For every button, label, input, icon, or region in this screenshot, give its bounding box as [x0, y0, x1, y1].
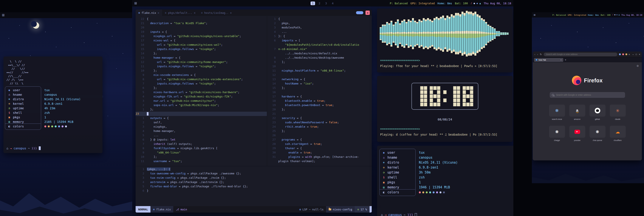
shortcut-label: amazon	[574, 118, 580, 120]
memory-icon: ▤	[6, 120, 12, 123]
fetch-row-hname: ⌂hnamecanopus	[381, 155, 513, 160]
visualizer-bar	[487, 25, 489, 43]
shortcut-chatgpt[interactable]: ❋chatgpt	[548, 126, 566, 144]
extension-icon[interactable]	[619, 54, 621, 55]
minimize-icon[interactable]: –	[632, 53, 634, 56]
code-line: 20 };	[267, 107, 372, 112]
neovim-window[interactable]: ❄ flake.nix × ❄ pkgs/default... × ❄ host…	[136, 10, 372, 212]
search-input[interactable]	[556, 94, 623, 96]
url-bar[interactable]	[544, 53, 617, 56]
bar-status-home-8ms: Home: 8ms	[438, 2, 452, 5]
visualizer-bar	[403, 20, 405, 48]
folder-icon	[329, 208, 331, 210]
tab-close-icon[interactable]: ×	[560, 59, 562, 61]
buffer-toggle-pill[interactable]	[356, 11, 363, 14]
bluetooth-icon[interactable]: ◆	[616, 14, 618, 16]
shortcut-github[interactable]: github	[588, 105, 606, 123]
code-line: plugin thunar-volman];	[267, 159, 372, 163]
bluetooth-icon[interactable]: ◆	[476, 2, 478, 5]
menu-icon[interactable]: ⊞	[2, 14, 5, 17]
code-line: 14 hostName = "iso";	[267, 82, 372, 86]
bar-clock[interactable]: Thu Aug 08, 18:18	[622, 14, 642, 16]
shell-prompt[interactable]: ⌂ → canopus ~ )))	[381, 213, 417, 216]
shortcut-search.nixos[interactable]: ❄search.nixos	[548, 105, 566, 123]
visualizer-bar	[507, 33, 508, 35]
workspace-tag-4[interactable]: 4	[330, 2, 335, 5]
monitor-center: ⊞ 1234 P: BalancedGPU: IntegratedHome: 8…	[132, 0, 513, 216]
tab-close-icon[interactable]: ×	[230, 11, 232, 15]
extension-icon[interactable]	[622, 54, 624, 55]
code-line: 18 bluetooth.enable = true;	[267, 99, 372, 103]
reload-icon[interactable]: ↻	[540, 53, 542, 56]
buffer-flake-nix[interactable]: 22{21 description = "tux's NixOS Flake";…	[136, 16, 267, 167]
network-icon[interactable]: ▲	[618, 14, 620, 16]
firefox-window[interactable]: ‹ › ↻ ≡ – □ ×	[533, 52, 642, 160]
tab-close-icon[interactable]: ×	[158, 11, 159, 15]
fetch-row-memory: ▤memory2185 | 15394 MiB	[6, 119, 100, 124]
code-line: 19 bluetooth.powerOnBoot = true;	[267, 103, 372, 107]
forward-icon[interactable]: ›	[537, 53, 538, 56]
shortcut-cloudflare[interactable]: ☁cloudflare	[609, 126, 627, 144]
fetch-row-distro: ❄distroNixOS 24.11 (Vicuna)	[6, 97, 100, 101]
network-icon[interactable]: ▲	[479, 2, 481, 5]
git-branch[interactable]: ⎇ main	[173, 206, 190, 212]
bar-status-cluster: P: BalancedGPU: IntegratedHome: 6msBat: …	[552, 14, 642, 16]
visualizer-bar	[420, 21, 422, 47]
menu-icon[interactable]: ⊞	[134, 2, 137, 5]
visualizer-bar	[457, 13, 459, 54]
workspace-tag-2[interactable]: 2	[317, 2, 322, 5]
shortcut-youtube[interactable]: ▶youtube	[568, 126, 586, 144]
workspace-tag-1[interactable]: 1	[310, 2, 315, 5]
code-line: 22{	[136, 17, 267, 21]
code-line: 5 ...	[136, 133, 267, 137]
newtab-search-bar[interactable]	[550, 92, 625, 98]
scroll-icon: ≡	[357, 208, 359, 211]
window-controls: – □ ×	[632, 53, 640, 56]
tabline-close-button[interactable]: ×	[366, 11, 370, 15]
close-icon[interactable]: ×	[639, 53, 640, 56]
terminal-cursor	[39, 146, 41, 150]
shell-prompt[interactable]: ⌂ → canopus ~ )))	[6, 146, 41, 150]
visualizer-bar	[466, 11, 468, 57]
tab-hosts-isoimage[interactable]: ❄ hosts/isoImag.. ×	[198, 10, 234, 16]
tty-clock-window[interactable]: 08/08/24 =====================> Playing:…	[377, 76, 513, 142]
buffer-iso-image[interactable]: 1{2 pkgs,3 modulesPath,4 ...5}: {6 impor…	[267, 16, 372, 167]
menu-icon[interactable]: ⊞	[534, 14, 536, 16]
menu-icon[interactable]: ≡	[629, 53, 630, 56]
volume-icon[interactable]: ●	[614, 14, 615, 16]
terminal-fastfetch-left[interactable]: \ \ // ==\__\/ // // \// ==// //== //\__…	[4, 57, 102, 153]
back-icon[interactable]: ‹	[534, 53, 535, 56]
visualizer-bar	[494, 29, 496, 39]
url-input[interactable]	[546, 53, 615, 56]
maximize-icon[interactable]: □	[636, 53, 637, 56]
prompt-chevrons: )))	[32, 147, 37, 150]
monitor-right: ⊞ P: BalancedGPU: IntegratedHome: 6msBat…	[532, 12, 644, 183]
terminal-fastfetch-right[interactable]: ◉usertux⌂hnamecanopus❄distroNixOS 24.11 …	[377, 146, 513, 216]
code-line: 2 self,	[136, 120, 267, 125]
memory-icon: ▤	[381, 186, 386, 189]
music-visualizer-window[interactable]: =====================> Playing: ffee for…	[377, 9, 513, 72]
buffer-pkgs-default[interactable]: 1{pkgs, ...}: {2 tux-awesome-wm-config =…	[136, 166, 372, 206]
code-line: 20	[136, 26, 267, 30]
tab-pkgs-default[interactable]: ❄ pkgs/default... ×	[162, 10, 198, 16]
workspace-tag-3[interactable]: 3	[324, 2, 328, 5]
code-line: 5 firefox-mod-blur = pkgs.callPackage ./…	[136, 184, 372, 189]
shortcut-amazon[interactable]: aamazon	[568, 105, 586, 123]
volume-icon[interactable]: ●	[474, 2, 475, 5]
gear-icon[interactable]: ⚙	[636, 65, 639, 68]
shortcut-chat.openai[interactable]: ❋chat.openai	[588, 126, 606, 144]
color-swatch	[62, 125, 64, 127]
code-line: 6}	[136, 189, 372, 193]
extension-icon[interactable]	[626, 54, 627, 55]
media-icon[interactable]: ♪	[612, 14, 613, 16]
shell-icon: $	[381, 176, 386, 179]
shortcut-claude[interactable]: ✳claude	[609, 105, 627, 123]
tab-flake-nix[interactable]: ❄ flake.nix ×	[136, 10, 162, 16]
project-indicator[interactable]: nixos-config	[326, 206, 355, 212]
media-icon[interactable]: ♪	[471, 2, 472, 5]
visualizer-bar	[500, 32, 502, 35]
new-tab-button[interactable]: +	[565, 58, 566, 61]
tab-close-icon[interactable]: ×	[194, 11, 196, 15]
tab-new-tab[interactable]: New Tab ×	[534, 58, 563, 62]
bar-clock[interactable]: Thu Aug 08, 18:18	[484, 2, 511, 5]
